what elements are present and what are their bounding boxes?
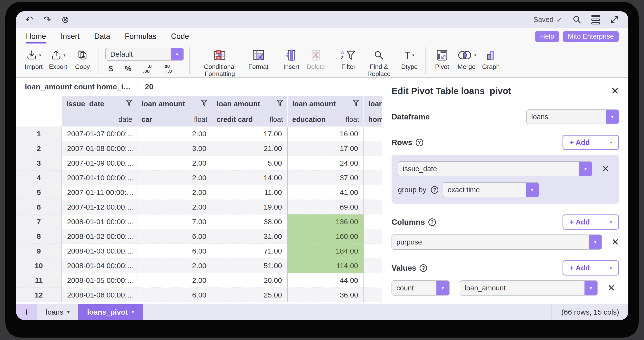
cell-loan-amount-education[interactable]: 16.00 bbox=[287, 126, 364, 141]
cell-loan-amount-education[interactable]: 160.00 bbox=[287, 229, 364, 244]
increase-decimals-button[interactable]: .00 →.0 bbox=[164, 64, 172, 74]
cell-issue-date[interactable]: 2008-01-04 00:00:… bbox=[62, 258, 136, 273]
tab-code[interactable]: Code bbox=[171, 30, 189, 44]
cell-loan-amount-home[interactable] bbox=[364, 200, 382, 215]
cell-loan-amount-home[interactable] bbox=[364, 126, 382, 141]
cell-loan-amount-education[interactable]: 69.00 bbox=[287, 200, 364, 215]
sheet-tab-loans-pivot[interactable]: loans_pivot ▾ bbox=[78, 304, 143, 320]
corner-header-cell[interactable] bbox=[16, 96, 62, 126]
cell-loan-amount-home[interactable] bbox=[364, 229, 382, 244]
tab-formulas[interactable]: Formulas bbox=[125, 30, 156, 44]
cell-loan-amount-car[interactable]: 3.00 bbox=[136, 141, 212, 156]
filter-icon[interactable] bbox=[353, 100, 359, 106]
cell-loan-amount-education[interactable]: 24.00 bbox=[287, 156, 364, 171]
merge-button[interactable]: ▾ Merge bbox=[454, 45, 478, 70]
sheet-tab-loans[interactable]: loans ▾ bbox=[37, 304, 78, 320]
cell-loan-amount-home[interactable] bbox=[364, 273, 382, 288]
graph-button[interactable]: Graph bbox=[478, 45, 503, 70]
fullscreen-icon[interactable] bbox=[610, 15, 619, 24]
value-field-select[interactable]: loan_amount ▾ bbox=[460, 280, 598, 295]
row-index[interactable]: 3 bbox=[16, 156, 62, 171]
row-index[interactable]: 4 bbox=[16, 171, 62, 185]
cell-loan-amount-car[interactable]: 6.00 bbox=[136, 244, 212, 258]
column-header-issue-date[interactable]: issue_date date bbox=[62, 96, 136, 126]
undo-icon[interactable]: ↶ bbox=[25, 14, 33, 25]
help-icon[interactable]: ? bbox=[416, 139, 423, 146]
row-index[interactable]: 11 bbox=[16, 273, 62, 288]
column-field-select[interactable]: purpose ▾ bbox=[392, 235, 602, 250]
add-value-button[interactable]: + Add ▾ bbox=[562, 260, 619, 275]
cell-issue-date[interactable]: 2008-01-06 00:00:… bbox=[62, 288, 136, 302]
formula-input[interactable]: 20 bbox=[145, 83, 153, 91]
currency-format-button[interactable]: $ bbox=[109, 65, 113, 73]
cell-loan-amount-education[interactable]: 44.00 bbox=[287, 273, 364, 288]
cell-loan-amount-car[interactable]: 6.00 bbox=[136, 288, 212, 302]
remove-column-field-icon[interactable]: ✕ bbox=[611, 237, 619, 247]
cell-loan-amount-education[interactable]: 114.00 bbox=[287, 258, 364, 273]
cell-issue-date[interactable]: 2007-01-11 00:00:… bbox=[62, 185, 136, 200]
cell-loan-amount-car[interactable]: 2.00 bbox=[136, 258, 212, 273]
cell-loan-amount-credit-card[interactable]: 11.00 bbox=[212, 185, 287, 200]
cell-loan-amount-home[interactable] bbox=[364, 258, 382, 273]
cell-issue-date[interactable]: 2008-01-03 00:00:… bbox=[62, 244, 136, 258]
cell-loan-amount-home[interactable] bbox=[364, 171, 382, 185]
cell-loan-amount-home[interactable] bbox=[364, 288, 382, 302]
enterprise-button[interactable]: Mito Enterprise bbox=[563, 31, 619, 42]
cell-loan-amount-car[interactable]: 2.00 bbox=[136, 200, 212, 215]
decrease-decimals-button[interactable]: ←.0 .00 bbox=[143, 64, 152, 74]
cell-loan-amount-credit-card[interactable]: 14.00 bbox=[212, 171, 287, 185]
cell-loan-amount-education[interactable]: 136.00 bbox=[287, 215, 364, 229]
export-button[interactable]: ▾ Export bbox=[46, 45, 70, 70]
percent-format-button[interactable]: % bbox=[125, 65, 132, 73]
row-index[interactable]: 5 bbox=[16, 185, 62, 200]
cell-loan-amount-education[interactable]: 37.00 bbox=[287, 171, 364, 185]
pivot-button[interactable]: Pivot bbox=[430, 45, 454, 70]
cell-issue-date[interactable]: 2008-01-01 00:00:… bbox=[62, 215, 136, 229]
filter-icon[interactable] bbox=[201, 100, 207, 106]
redo-icon[interactable]: ↷ bbox=[44, 14, 51, 25]
aggregation-select[interactable]: count ▾ bbox=[392, 280, 450, 295]
cell-loan-amount-car[interactable]: 7.00 bbox=[136, 215, 212, 229]
column-header-loan-amount-credit-card[interactable]: loan amount credit cardfloat bbox=[212, 96, 287, 126]
row-index[interactable]: 10 bbox=[16, 258, 62, 273]
cell-loan-amount-credit-card[interactable]: 31.00 bbox=[212, 229, 287, 244]
insert-column-button[interactable]: Insert bbox=[279, 45, 304, 70]
group-by-select[interactable]: exact time ▾ bbox=[443, 182, 539, 197]
cell-issue-date[interactable]: 2008-01-02 00:00:… bbox=[62, 229, 136, 244]
cell-loan-amount-car[interactable]: 2.00 bbox=[136, 185, 212, 200]
search-icon[interactable] bbox=[572, 15, 582, 24]
add-column-button[interactable]: + Add ▾ bbox=[562, 215, 619, 230]
cell-loan-amount-car[interactable]: 2.00 bbox=[136, 156, 212, 171]
filter-icon[interactable] bbox=[126, 100, 132, 106]
cell-loan-amount-education[interactable]: 41.00 bbox=[287, 185, 364, 200]
cell-loan-amount-car[interactable]: 6.00 bbox=[136, 229, 212, 244]
add-sheet-button[interactable]: + bbox=[16, 304, 37, 320]
conditional-formatting-button[interactable]: Conditional Formatting bbox=[194, 45, 246, 77]
remove-row-field-icon[interactable]: ✕ bbox=[602, 164, 609, 174]
clear-edits-icon[interactable]: ⊗ bbox=[62, 14, 69, 25]
cell-issue-date[interactable]: 2007-01-07 00:00:… bbox=[62, 126, 136, 141]
cell-loan-amount-home[interactable] bbox=[364, 215, 382, 229]
cell-loan-amount-education[interactable]: 184.00 bbox=[287, 244, 364, 258]
cell-loan-amount-credit-card[interactable]: 38.00 bbox=[212, 215, 287, 229]
row-index[interactable]: 12 bbox=[16, 288, 62, 302]
delete-column-button[interactable]: Delete bbox=[304, 45, 328, 70]
format-button[interactable]: Format bbox=[246, 45, 271, 70]
dtype-button[interactable]: T ▾ Dtype bbox=[397, 45, 422, 70]
number-format-select[interactable]: Default ▾ bbox=[106, 48, 184, 61]
cell-loan-amount-credit-card[interactable]: 51.00 bbox=[212, 258, 287, 273]
cell-loan-amount-education[interactable]: 17.00 bbox=[287, 141, 364, 156]
cell-issue-date[interactable]: 2007-01-10 00:00:… bbox=[62, 171, 136, 185]
filter-icon[interactable] bbox=[277, 100, 283, 106]
help-icon[interactable]: ? bbox=[431, 186, 438, 194]
cell-issue-date[interactable]: 2008-01-05 00:00:… bbox=[62, 273, 136, 288]
find-replace-button[interactable]: Find & Replace bbox=[360, 45, 397, 77]
row-field-select[interactable]: issue_date ▾ bbox=[398, 161, 592, 176]
cell-loan-amount-car[interactable]: 2.00 bbox=[136, 126, 212, 141]
cell-loan-amount-home[interactable] bbox=[364, 185, 382, 200]
cell-loan-amount-car[interactable]: 2.00 bbox=[136, 171, 212, 185]
tab-home[interactable]: Home bbox=[26, 30, 46, 44]
cell-loan-amount-car[interactable]: 2.00 bbox=[136, 273, 212, 288]
help-icon[interactable]: ? bbox=[428, 218, 436, 226]
help-button[interactable]: Help bbox=[535, 31, 559, 42]
